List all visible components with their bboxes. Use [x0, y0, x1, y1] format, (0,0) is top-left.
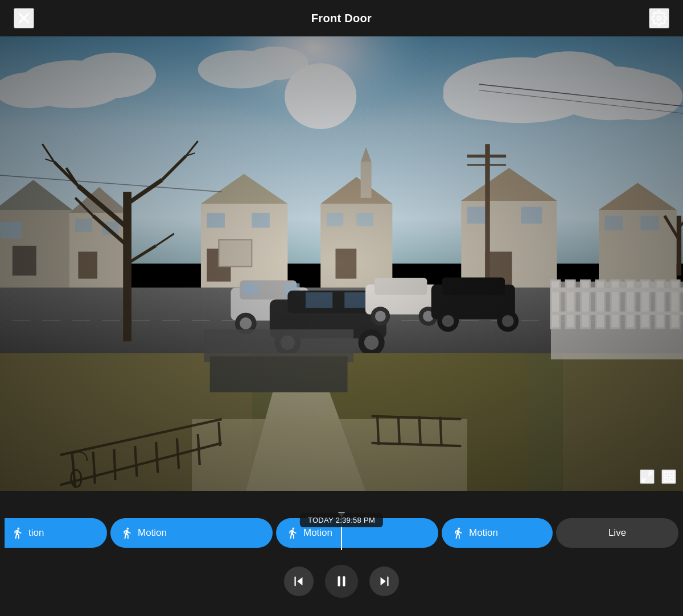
- expand-button[interactable]: [640, 469, 655, 484]
- motion-pill-2-label: Motion: [303, 527, 332, 539]
- settings-button[interactable]: [649, 8, 669, 28]
- playback-controls: [284, 565, 399, 598]
- page-title: Front Door: [311, 12, 372, 25]
- motion-icon: [11, 527, 24, 539]
- motion-pill-3[interactable]: Motion: [442, 518, 553, 548]
- motion-pill-3-label: Motion: [469, 527, 498, 539]
- svg-marker-151: [381, 577, 386, 586]
- motion-icon-3: [452, 527, 464, 539]
- previous-button[interactable]: [284, 567, 314, 596]
- live-pill[interactable]: Live: [556, 518, 678, 548]
- header: Front Door: [0, 0, 683, 36]
- svg-rect-143: [664, 472, 668, 476]
- svg-line-141: [648, 472, 652, 476]
- svg-rect-146: [670, 478, 673, 481]
- motion-pill-partial-label: tion: [28, 527, 44, 539]
- motion-icon-1: [121, 527, 133, 539]
- live-label: Live: [608, 527, 626, 539]
- svg-line-142: [643, 478, 646, 481]
- motion-pill-partial[interactable]: tion: [5, 518, 107, 548]
- svg-marker-147: [297, 577, 302, 586]
- svg-rect-150: [343, 576, 345, 586]
- timestamp-bar: TODAY 2:39:58 PM: [300, 515, 383, 525]
- svg-point-2: [657, 16, 661, 20]
- video-player[interactable]: [0, 36, 683, 491]
- svg-rect-145: [664, 478, 668, 481]
- svg-rect-149: [338, 576, 340, 586]
- svg-rect-144: [670, 472, 673, 476]
- timestamp-label: TODAY 2:39:58 PM: [300, 513, 383, 527]
- svg-rect-140: [0, 36, 683, 491]
- motion-pill-1-label: Motion: [138, 527, 167, 539]
- motion-icon-2: [286, 527, 299, 539]
- next-button[interactable]: [369, 567, 399, 596]
- motion-pill-1[interactable]: Motion: [110, 518, 273, 548]
- video-controls-overlay: [640, 469, 676, 484]
- pause-button[interactable]: [325, 565, 358, 598]
- close-button[interactable]: [14, 8, 34, 28]
- fullscreen-button[interactable]: [661, 469, 676, 484]
